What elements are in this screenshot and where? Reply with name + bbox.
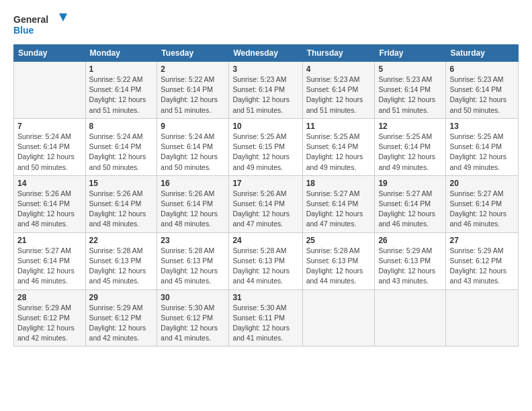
- header-cell-wednesday: Wednesday: [229, 45, 302, 62]
- day-cell: 12Sunrise: 5:25 AM Sunset: 6:14 PM Dayli…: [375, 118, 446, 175]
- day-cell: 2Sunrise: 5:22 AM Sunset: 6:14 PM Daylig…: [157, 62, 229, 119]
- day-number: 30: [161, 293, 225, 302]
- day-cell: 6Sunrise: 5:23 AM Sunset: 6:14 PM Daylig…: [446, 62, 519, 119]
- day-cell: 23Sunrise: 5:28 AM Sunset: 6:13 PM Dayli…: [157, 232, 229, 289]
- day-number: 7: [17, 122, 82, 131]
- day-number: 26: [378, 236, 442, 245]
- day-cell: 13Sunrise: 5:25 AM Sunset: 6:14 PM Dayli…: [446, 118, 519, 175]
- calendar-table: SundayMondayTuesdayWednesdayThursdayFrid…: [13, 44, 519, 347]
- day-info: Sunrise: 5:27 AM Sunset: 6:14 PM Dayligh…: [17, 246, 82, 287]
- day-cell: 31Sunrise: 5:30 AM Sunset: 6:11 PM Dayli…: [229, 289, 302, 347]
- week-row-4: 21Sunrise: 5:27 AM Sunset: 6:14 PM Dayli…: [14, 232, 519, 289]
- day-info: Sunrise: 5:22 AM Sunset: 6:14 PM Dayligh…: [89, 75, 154, 116]
- day-info: Sunrise: 5:26 AM Sunset: 6:14 PM Dayligh…: [161, 189, 225, 230]
- day-info: Sunrise: 5:29 AM Sunset: 6:12 PM Dayligh…: [17, 303, 82, 344]
- day-cell: 22Sunrise: 5:28 AM Sunset: 6:13 PM Dayli…: [85, 232, 157, 289]
- logo-svg: General Blue: [13, 11, 67, 38]
- day-number: 31: [232, 293, 298, 302]
- week-row-5: 28Sunrise: 5:29 AM Sunset: 6:12 PM Dayli…: [14, 289, 519, 347]
- header-cell-sunday: Sunday: [14, 45, 86, 62]
- day-cell: 8Sunrise: 5:24 AM Sunset: 6:14 PM Daylig…: [85, 118, 157, 175]
- day-number: 25: [306, 236, 371, 245]
- day-number: 1: [89, 64, 154, 74]
- svg-text:General: General: [13, 14, 48, 25]
- day-cell: 30Sunrise: 5:30 AM Sunset: 6:12 PM Dayli…: [157, 289, 229, 347]
- day-cell: 19Sunrise: 5:27 AM Sunset: 6:14 PM Dayli…: [375, 175, 446, 232]
- day-cell: 15Sunrise: 5:26 AM Sunset: 6:14 PM Dayli…: [85, 175, 157, 232]
- day-number: 27: [449, 236, 515, 245]
- day-number: 4: [306, 64, 371, 74]
- day-number: 3: [232, 64, 298, 74]
- day-cell: 7Sunrise: 5:24 AM Sunset: 6:14 PM Daylig…: [14, 118, 86, 175]
- week-row-3: 14Sunrise: 5:26 AM Sunset: 6:14 PM Dayli…: [14, 175, 519, 232]
- day-number: 20: [449, 179, 515, 188]
- day-info: Sunrise: 5:27 AM Sunset: 6:14 PM Dayligh…: [306, 189, 371, 230]
- day-info: Sunrise: 5:26 AM Sunset: 6:14 PM Dayligh…: [89, 189, 154, 230]
- day-info: Sunrise: 5:29 AM Sunset: 6:12 PM Dayligh…: [449, 246, 515, 287]
- day-cell: 27Sunrise: 5:29 AM Sunset: 6:12 PM Dayli…: [446, 232, 519, 289]
- day-info: Sunrise: 5:28 AM Sunset: 6:13 PM Dayligh…: [161, 246, 225, 287]
- day-number: 12: [378, 122, 442, 131]
- day-number: 19: [378, 179, 442, 188]
- header-cell-thursday: Thursday: [302, 45, 375, 62]
- day-info: Sunrise: 5:23 AM Sunset: 6:14 PM Dayligh…: [232, 75, 298, 116]
- day-info: Sunrise: 5:27 AM Sunset: 6:14 PM Dayligh…: [378, 189, 442, 230]
- day-info: Sunrise: 5:23 AM Sunset: 6:14 PM Dayligh…: [449, 75, 515, 116]
- day-info: Sunrise: 5:27 AM Sunset: 6:14 PM Dayligh…: [449, 189, 515, 230]
- day-number: 14: [17, 179, 82, 188]
- day-info: Sunrise: 5:30 AM Sunset: 6:11 PM Dayligh…: [232, 303, 298, 344]
- day-info: Sunrise: 5:25 AM Sunset: 6:15 PM Dayligh…: [232, 132, 298, 173]
- day-cell: 24Sunrise: 5:28 AM Sunset: 6:13 PM Dayli…: [229, 232, 302, 289]
- day-info: Sunrise: 5:28 AM Sunset: 6:13 PM Dayligh…: [232, 246, 298, 287]
- day-cell: 18Sunrise: 5:27 AM Sunset: 6:14 PM Dayli…: [302, 175, 375, 232]
- day-number: 23: [161, 236, 225, 245]
- day-number: 24: [232, 236, 298, 245]
- day-info: Sunrise: 5:22 AM Sunset: 6:14 PM Dayligh…: [161, 75, 225, 116]
- day-number: 2: [161, 64, 225, 74]
- header-cell-friday: Friday: [375, 45, 446, 62]
- day-cell: 29Sunrise: 5:29 AM Sunset: 6:12 PM Dayli…: [85, 289, 157, 347]
- day-number: 10: [232, 122, 298, 131]
- day-info: Sunrise: 5:24 AM Sunset: 6:14 PM Dayligh…: [17, 132, 82, 173]
- header-cell-tuesday: Tuesday: [157, 45, 229, 62]
- day-cell: [375, 289, 446, 347]
- day-number: 16: [161, 179, 225, 188]
- day-cell: 3Sunrise: 5:23 AM Sunset: 6:14 PM Daylig…: [229, 62, 302, 119]
- header-row: SundayMondayTuesdayWednesdayThursdayFrid…: [14, 45, 519, 62]
- day-cell: 4Sunrise: 5:23 AM Sunset: 6:14 PM Daylig…: [302, 62, 375, 119]
- day-cell: 25Sunrise: 5:28 AM Sunset: 6:13 PM Dayli…: [302, 232, 375, 289]
- day-number: 21: [17, 236, 82, 245]
- header-cell-saturday: Saturday: [446, 45, 519, 62]
- day-info: Sunrise: 5:28 AM Sunset: 6:13 PM Dayligh…: [89, 246, 154, 287]
- day-info: Sunrise: 5:25 AM Sunset: 6:14 PM Dayligh…: [378, 132, 442, 173]
- day-number: 9: [161, 122, 225, 131]
- day-cell: 16Sunrise: 5:26 AM Sunset: 6:14 PM Dayli…: [157, 175, 229, 232]
- day-cell: 1Sunrise: 5:22 AM Sunset: 6:14 PM Daylig…: [85, 62, 157, 119]
- day-cell: [302, 289, 375, 347]
- day-info: Sunrise: 5:30 AM Sunset: 6:12 PM Dayligh…: [161, 303, 225, 344]
- day-number: 8: [89, 122, 154, 131]
- week-row-1: 1Sunrise: 5:22 AM Sunset: 6:14 PM Daylig…: [14, 62, 519, 119]
- header-cell-monday: Monday: [85, 45, 157, 62]
- day-number: 22: [89, 236, 154, 245]
- day-cell: 20Sunrise: 5:27 AM Sunset: 6:14 PM Dayli…: [446, 175, 519, 232]
- day-cell: 28Sunrise: 5:29 AM Sunset: 6:12 PM Dayli…: [14, 289, 86, 347]
- day-info: Sunrise: 5:29 AM Sunset: 6:12 PM Dayligh…: [89, 303, 154, 344]
- day-cell: [14, 62, 86, 119]
- day-info: Sunrise: 5:23 AM Sunset: 6:14 PM Dayligh…: [378, 75, 442, 116]
- day-cell: [446, 289, 519, 347]
- day-cell: 5Sunrise: 5:23 AM Sunset: 6:14 PM Daylig…: [375, 62, 446, 119]
- day-info: Sunrise: 5:29 AM Sunset: 6:13 PM Dayligh…: [378, 246, 442, 287]
- day-info: Sunrise: 5:24 AM Sunset: 6:14 PM Dayligh…: [161, 132, 225, 173]
- day-info: Sunrise: 5:23 AM Sunset: 6:14 PM Dayligh…: [306, 75, 371, 116]
- day-number: 13: [449, 122, 515, 131]
- day-number: 18: [306, 179, 371, 188]
- day-number: 6: [449, 64, 515, 74]
- day-number: 15: [89, 179, 154, 188]
- svg-marker-2: [59, 13, 67, 21]
- day-number: 29: [89, 293, 154, 302]
- day-number: 28: [17, 293, 82, 302]
- day-info: Sunrise: 5:25 AM Sunset: 6:14 PM Dayligh…: [306, 132, 371, 173]
- day-cell: 26Sunrise: 5:29 AM Sunset: 6:13 PM Dayli…: [375, 232, 446, 289]
- day-info: Sunrise: 5:26 AM Sunset: 6:14 PM Dayligh…: [17, 189, 82, 230]
